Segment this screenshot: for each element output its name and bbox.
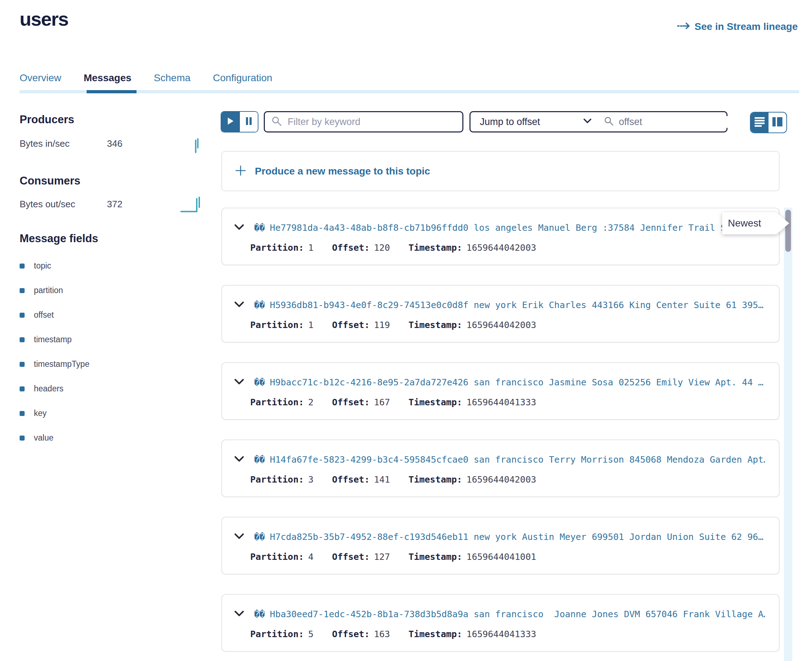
message-summary[interactable]: Hba30eed7-1edc-452b-8b1a-738d3b5d8a9a sa… xyxy=(270,609,765,619)
field-bullet-icon xyxy=(19,436,25,441)
field-bullet-icon xyxy=(19,362,25,367)
consumers-heading: Consumers xyxy=(19,174,80,187)
tab-underline-track xyxy=(19,90,799,93)
message-fields-list: topic partition offset timestamp timesta… xyxy=(19,254,90,450)
message-meta: Partition:3 Offset:141 Timestamp:1659644… xyxy=(250,474,555,485)
dashed-arrow-right-icon xyxy=(677,21,690,32)
message-meta: Partition:1 Offset:119 Timestamp:1659644… xyxy=(250,320,555,330)
stream-lineage-label: See in Stream lineage xyxy=(695,21,798,32)
stream-lineage-link[interactable]: See in Stream lineage xyxy=(677,21,798,32)
message-summary[interactable]: H9bacc71c-b12c-4216-8e95-2a7da727e426 sa… xyxy=(270,377,765,388)
offset-search xyxy=(598,116,751,128)
newest-tooltip-label: Newest xyxy=(722,212,789,234)
field-item-value[interactable]: value xyxy=(19,426,90,450)
keyword-filter xyxy=(264,111,463,133)
page-title: users xyxy=(19,8,69,30)
field-item-partition[interactable]: partition xyxy=(19,278,90,303)
play-pause-toggle xyxy=(221,111,258,133)
replacement-char-icon: �� xyxy=(254,455,265,465)
search-icon xyxy=(271,116,282,128)
pause-icon xyxy=(245,117,252,127)
bytes-out-sparkline xyxy=(180,195,205,215)
chevron-down-icon[interactable] xyxy=(234,378,244,386)
field-bullet-icon xyxy=(19,263,25,268)
tab-bar: Overview Messages Schema Configuration xyxy=(19,72,272,84)
chevron-down-icon[interactable] xyxy=(234,224,244,232)
message-row[interactable]: �� H7cda825b-35b7-4952-88ef-c193d546eb11… xyxy=(221,517,780,575)
field-bullet-icon xyxy=(19,386,25,391)
offset-input[interactable] xyxy=(618,116,746,128)
pause-button[interactable] xyxy=(240,112,258,132)
jump-to-offset-select[interactable]: Jump to offset xyxy=(471,117,577,128)
field-bullet-icon xyxy=(19,313,25,318)
message-row[interactable]: �� H5936db81-b943-4e0f-8c29-74513e0c0d8f… xyxy=(221,285,780,343)
chevron-down-icon[interactable] xyxy=(234,301,244,309)
message-summary[interactable]: H14fa67fe-5823-4299-b3c4-595845cfcae0 sa… xyxy=(270,455,765,465)
field-item-headers[interactable]: headers xyxy=(19,377,90,401)
message-meta: Partition:5 Offset:163 Timestamp:1659644… xyxy=(250,629,555,639)
bytes-in-value: 346 xyxy=(107,138,122,149)
bytes-out-label: Bytes out/sec xyxy=(19,199,75,210)
replacement-char-icon: �� xyxy=(254,609,265,619)
message-summary[interactable]: He77981da-4a43-48ab-b8f8-cb71b96ffdd0 lo… xyxy=(270,223,765,233)
field-item-key[interactable]: key xyxy=(19,401,90,426)
message-summary[interactable]: H5936db81-b943-4e0f-8c29-74513e0c0d8f ne… xyxy=(270,300,765,310)
play-button[interactable] xyxy=(221,112,240,132)
column-view-icon xyxy=(772,117,783,128)
chevron-down-icon xyxy=(583,118,591,125)
field-item-topic[interactable]: topic xyxy=(19,254,90,278)
chevron-down-icon[interactable] xyxy=(234,610,244,618)
message-row[interactable]: �� Hba30eed7-1edc-452b-8b1a-738d3b5d8a9a… xyxy=(221,594,780,652)
message-summary[interactable]: H7cda825b-35b7-4952-88ef-c193d546eb11 ne… xyxy=(270,532,765,542)
message-row[interactable]: �� H9bacc71c-b12c-4216-8e95-2a7da727e426… xyxy=(221,362,780,420)
field-bullet-icon xyxy=(19,411,25,416)
field-bullet-icon xyxy=(19,337,25,342)
message-row[interactable]: �� H14fa67fe-5823-4299-b3c4-595845cfcae0… xyxy=(221,439,780,497)
column-view-button[interactable] xyxy=(769,113,786,133)
message-meta: Partition:4 Offset:127 Timestamp:1659644… xyxy=(250,552,555,562)
topic-messages-page: users See in Stream lineage Overview Mes… xyxy=(0,0,812,661)
field-item-offset[interactable]: offset xyxy=(19,303,90,327)
field-item-timestampType[interactable]: timestampType xyxy=(19,352,90,377)
bytes-out-value: 372 xyxy=(107,199,122,210)
field-bullet-icon xyxy=(19,288,25,293)
tab-schema[interactable]: Schema xyxy=(154,72,191,84)
producers-heading: Producers xyxy=(19,113,74,126)
search-icon xyxy=(604,116,614,128)
scrollbar-track xyxy=(784,208,793,661)
produce-message-button[interactable]: Produce a new message to this topic xyxy=(221,151,780,191)
field-item-timestamp[interactable]: timestamp xyxy=(19,327,90,352)
chevron-down-icon[interactable] xyxy=(234,456,244,464)
replacement-char-icon: �� xyxy=(254,223,265,233)
replacement-char-icon: �� xyxy=(254,300,265,310)
bytes-in-sparkline xyxy=(193,136,202,156)
message-meta: Partition:2 Offset:167 Timestamp:1659644… xyxy=(250,397,555,407)
chevron-down-icon[interactable] xyxy=(234,533,244,541)
message-fields-heading: Message fields xyxy=(19,232,98,245)
tab-messages[interactable]: Messages xyxy=(84,72,131,84)
bytes-in-label: Bytes in/sec xyxy=(19,138,69,149)
message-row[interactable]: �� He77981da-4a43-48ab-b8f8-cb71b96ffdd0… xyxy=(221,208,780,265)
message-meta: Partition:1 Offset:120 Timestamp:1659644… xyxy=(250,243,555,253)
list-view-button[interactable] xyxy=(751,113,769,133)
newest-tooltip: Newest xyxy=(722,212,789,234)
produce-message-label: Produce a new message to this topic xyxy=(255,166,430,177)
play-icon xyxy=(227,117,234,127)
plus-icon xyxy=(235,165,246,178)
view-mode-toggle xyxy=(750,112,787,133)
tab-configuration[interactable]: Configuration xyxy=(213,72,272,84)
filter-keyword-input[interactable] xyxy=(287,116,456,128)
jump-to-offset-group: Jump to offset xyxy=(469,111,727,133)
replacement-char-icon: �� xyxy=(254,532,265,542)
active-tab-indicator xyxy=(86,90,136,93)
list-view-icon xyxy=(754,117,765,129)
replacement-char-icon: �� xyxy=(254,377,265,388)
tab-overview[interactable]: Overview xyxy=(19,72,61,84)
select-chevron-button[interactable] xyxy=(577,118,598,125)
